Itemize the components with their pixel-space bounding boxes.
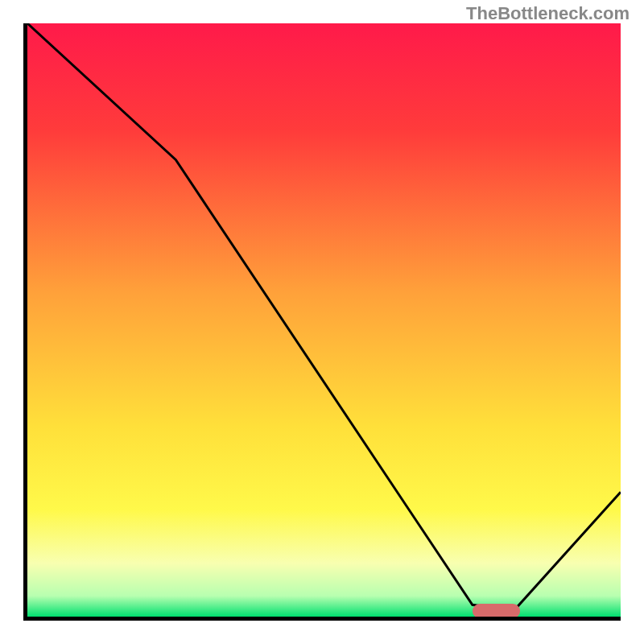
attribution-text: TheBottleneck.com [466,3,630,24]
optimal-range-marker [473,604,520,618]
chart-plot-area [23,23,621,621]
bottleneck-curve [23,23,621,621]
